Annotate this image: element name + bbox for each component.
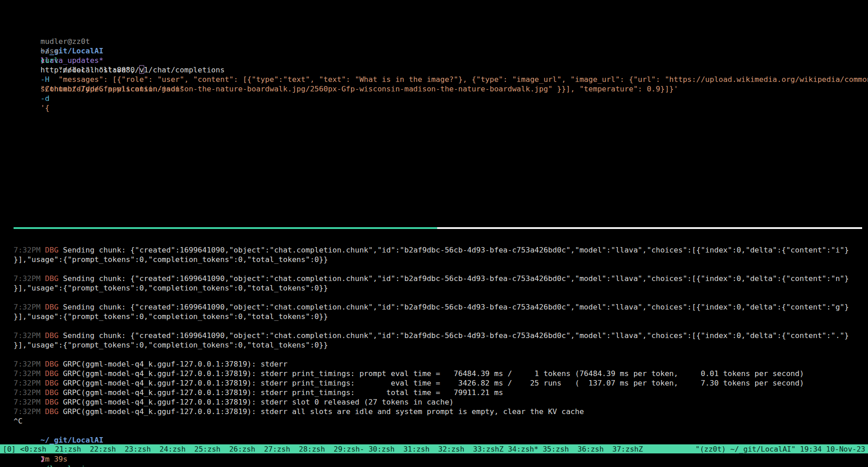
- log-line: 7:32PM DBG GRPC(ggml-model-q4_k.gguf-127…: [14, 359, 866, 369]
- blank-line: [14, 264, 866, 274]
- tmux-status-left: [0] <0:zsh 21:zsh 22:zsh 23:zsh 24:zsh 2…: [3, 444, 643, 454]
- messages-json-text-1: "messages": [{"role": "user", "content":…: [41, 75, 868, 84]
- prompt-context-line: mudler@zz0t ~/_git/LocalAI llava_updates…: [14, 27, 866, 37]
- log-level-badge: DBG: [45, 274, 63, 283]
- sigint-line: ^C: [14, 416, 866, 426]
- prompt-context-line: ~/_git/LocalAI llava_updates* 2m 39s: [14, 426, 866, 435]
- log-timestamp: 7:32PM: [14, 369, 45, 378]
- log-text: GRPC(ggml-model-q4_k.gguf-127.0.0.1:3781…: [63, 379, 804, 387]
- terminal[interactable]: mudler@zz0t ~/_git/LocalAI llava_updates…: [0, 0, 868, 467]
- log-timestamp: 7:32PM: [14, 388, 45, 397]
- json-model-line: "model": "llava",: [14, 56, 866, 65]
- flag-d: -d: [41, 94, 54, 103]
- log-text: GRPC(ggml-model-q4_k.gguf-127.0.0.1:3781…: [63, 407, 584, 416]
- json-open: '{: [41, 104, 50, 112]
- log-line: }],"usage":{"prompt_tokens":0,"completio…: [14, 283, 866, 293]
- model-json-text: "model": "llava",: [41, 66, 140, 74]
- sigint-text: ^C: [14, 417, 23, 425]
- log-line: 7:32PM DBG Sending chunk: {"created":169…: [14, 274, 866, 283]
- cwd-path: ~/_git/LocalAI: [41, 436, 108, 444]
- terminal-cursor: [139, 65, 144, 74]
- log-timestamp: 7:32PM: [14, 379, 45, 387]
- pane-divider: [14, 227, 862, 229]
- prompt-arrow-icon: ❯: [41, 455, 50, 463]
- log-timestamp: 7:32PM: [14, 246, 45, 254]
- log-text: GRPC(ggml-model-q4_k.gguf-127.0.0.1:3781…: [63, 388, 503, 397]
- log-level-badge: DBG: [45, 379, 63, 387]
- venv-label: base: [41, 47, 63, 55]
- log-pane: 7:32PM DBG Sending chunk: {"created":169…: [14, 245, 866, 445]
- tmux-status-bar: [0] <0:zsh 21:zsh 22:zsh 23:zsh 24:zsh 2…: [0, 444, 868, 453]
- log-timestamp: 7:32PM: [14, 360, 45, 368]
- log-text: Sending chunk: {"created":1699641090,"ob…: [63, 331, 849, 340]
- log-level-badge: DBG: [45, 360, 63, 368]
- messages-json-text-2: s/thumb/d/dd/Gfp-wisconsin-madison-the-n…: [41, 85, 679, 93]
- pane-divider-active-segment: [14, 227, 437, 229]
- log-level-badge: DBG: [45, 398, 63, 406]
- log-level-badge: DBG: [45, 303, 63, 311]
- log-level-badge: DBG: [45, 388, 63, 397]
- log-line: }],"usage":{"prompt_tokens":0,"completio…: [14, 255, 866, 264]
- blank-line: [14, 350, 866, 359]
- curl-command-line: curl http://localhost:8080/v1/chat/compl…: [14, 46, 866, 56]
- log-timestamp: 7:32PM: [14, 274, 45, 283]
- log-text: GRPC(ggml-model-q4_k.gguf-127.0.0.1:3781…: [63, 398, 453, 406]
- log-level-badge: DBG: [45, 246, 63, 254]
- log-line: 7:32PM DBG GRPC(ggml-model-q4_k.gguf-127…: [14, 388, 866, 397]
- tmux-window-list[interactable]: <0:zsh 21:zsh 22:zsh 23:zsh 24:zsh 25:zs…: [20, 445, 643, 453]
- command-binary: curl: [41, 56, 63, 65]
- user-host: mudler@zz0t: [41, 37, 94, 46]
- log-text: Sending chunk: {"created":1699641090,"ob…: [63, 303, 849, 311]
- log-level-badge: DBG: [45, 331, 63, 340]
- log-timestamp: 7:32PM: [14, 398, 45, 406]
- shell-pane: mudler@zz0t ~/_git/LocalAI llava_updates…: [14, 27, 866, 84]
- log-level-badge: DBG: [45, 407, 63, 416]
- log-line: 7:32PM DBG Sending chunk: {"created":169…: [14, 302, 866, 312]
- tmux-session-badge: [0]: [3, 445, 20, 453]
- local-ai-command-line: base ❯ ./local-ai --debug --threads 14 -…: [14, 435, 866, 445]
- log-line: 7:32PM DBG GRPC(ggml-model-q4_k.gguf-127…: [14, 407, 866, 416]
- log-timestamp: 7:32PM: [14, 407, 45, 416]
- log-line: }],"usage":{"prompt_tokens":0,"completio…: [14, 312, 866, 321]
- tmux-status-right: "(zz0t) ~/_git/LocalAI" 19:34 10-Nov-23: [695, 444, 865, 454]
- log-line: 7:32PM DBG Sending chunk: {"created":169…: [14, 331, 866, 340]
- log-text: GRPC(ggml-model-q4_k.gguf-127.0.0.1:3781…: [63, 369, 804, 378]
- log-timestamp: 7:32PM: [14, 331, 45, 340]
- log-text: }],"usage":{"prompt_tokens":0,"completio…: [14, 312, 328, 321]
- log-timestamp: 7:32PM: [14, 303, 45, 311]
- log-text: }],"usage":{"prompt_tokens":0,"completio…: [14, 284, 328, 292]
- log-text: Sending chunk: {"created":1699641090,"ob…: [63, 274, 849, 283]
- log-line: }],"usage":{"prompt_tokens":0,"completio…: [14, 340, 866, 350]
- command-binary: ./local-ai: [41, 464, 90, 467]
- prompt-line: base ❯: [14, 37, 866, 46]
- log-text: }],"usage":{"prompt_tokens":0,"completio…: [14, 255, 328, 264]
- log-text: }],"usage":{"prompt_tokens":0,"completio…: [14, 341, 328, 349]
- log-text: Sending chunk: {"created":1699641090,"ob…: [63, 246, 849, 254]
- log-line: 7:32PM DBG GRPC(ggml-model-q4_k.gguf-127…: [14, 369, 866, 378]
- log-line: 7:32PM DBG GRPC(ggml-model-q4_k.gguf-127…: [14, 397, 866, 407]
- log-level-badge: DBG: [45, 369, 63, 378]
- log-line: 7:32PM DBG Sending chunk: {"created":169…: [14, 245, 866, 255]
- blank-line: [14, 321, 866, 331]
- log-line: 7:32PM DBG GRPC(ggml-model-q4_k.gguf-127…: [14, 378, 866, 388]
- pane-divider-inactive-segment: [437, 227, 862, 229]
- log-text: GRPC(ggml-model-q4_k.gguf-127.0.0.1:3781…: [63, 360, 288, 368]
- blank-line: [14, 293, 866, 302]
